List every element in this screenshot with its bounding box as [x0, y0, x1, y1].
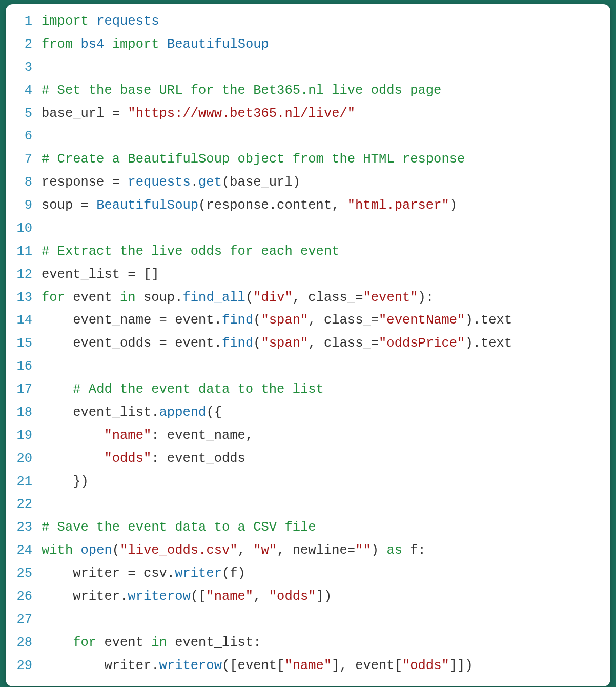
line-number: 2: [6, 33, 42, 56]
code-content[interactable]: writer.writerow([event["name"], event["o…: [42, 655, 610, 678]
code-content[interactable]: base_url = "https://www.bet365.nl/live/": [42, 103, 610, 126]
code-token: "https://www.bet365.nl/live/": [128, 106, 355, 121]
code-token: ([: [191, 589, 207, 604]
code-token: requests: [128, 175, 190, 190]
code-content[interactable]: from bs4 import BeautifulSoup: [42, 33, 610, 56]
code-content[interactable]: for event in soup.find_all("div", class_…: [42, 287, 610, 310]
code-token: [159, 37, 167, 52]
code-token: writer = csv.: [42, 566, 175, 581]
code-token: : event_name,: [151, 428, 253, 443]
code-token: (: [245, 290, 253, 305]
code-token: for: [73, 635, 96, 650]
code-token: # Add the event data to the list: [73, 382, 324, 397]
code-token: ).text: [465, 336, 512, 351]
code-line: 7# Create a BeautifulSoup object from th…: [6, 148, 610, 171]
code-line: 28 for event in event_list:: [6, 632, 610, 655]
code-line: 26 writer.writerow(["name", "odds"]): [6, 585, 610, 609]
code-content[interactable]: [42, 125, 610, 148]
code-content[interactable]: response = requests.get(base_url): [42, 171, 610, 194]
code-token: "div": [253, 290, 293, 305]
line-number: 11: [6, 240, 42, 264]
code-token: in: [120, 290, 136, 305]
code-token: : event_odds: [151, 451, 245, 466]
code-content[interactable]: writer = csv.writer(f): [42, 562, 610, 585]
code-token: [42, 428, 104, 443]
code-token: soup =: [42, 198, 96, 213]
code-token: (response.content,: [198, 198, 347, 213]
code-content[interactable]: soup = BeautifulSoup(response.content, "…: [42, 194, 610, 217]
code-token: event_name = event.: [42, 313, 222, 328]
code-content[interactable]: # Extract the live odds for each event: [42, 240, 610, 264]
code-content[interactable]: # Save the event data to a CSV file: [42, 516, 610, 539]
code-line: 15 event_odds = event.find("span", class…: [6, 332, 610, 355]
line-number: 19: [6, 425, 42, 448]
code-content[interactable]: [42, 56, 610, 79]
code-token: ).text: [465, 313, 512, 328]
line-number: 23: [6, 516, 42, 539]
code-token: [89, 14, 96, 29]
code-content[interactable]: writer.writerow(["name", "odds"]): [42, 585, 610, 609]
code-token: event: [96, 635, 151, 650]
line-number: 12: [6, 264, 42, 287]
code-line: 19 "name": event_name,: [6, 425, 610, 448]
code-token: ,: [253, 589, 269, 604]
code-token: append: [159, 405, 207, 420]
code-token: f:: [402, 543, 426, 558]
code-content[interactable]: # Add the event data to the list: [42, 378, 610, 401]
code-token: get: [198, 175, 222, 190]
code-content[interactable]: event_list = []: [42, 264, 610, 287]
code-content[interactable]: for event in event_list:: [42, 632, 610, 655]
code-line: 20 "odds": event_odds: [6, 448, 610, 471]
code-token: writerow: [128, 589, 190, 604]
code-content[interactable]: [42, 493, 610, 516]
code-token: BeautifulSoup: [167, 37, 269, 52]
code-content[interactable]: [42, 609, 610, 632]
code-content[interactable]: with open("live_odds.csv", "w", newline=…: [42, 539, 610, 562]
code-line: 8response = requests.get(base_url): [6, 171, 610, 194]
code-token: (: [253, 313, 261, 328]
line-number: 27: [6, 609, 42, 632]
code-token: import: [42, 14, 89, 29]
code-content[interactable]: event_list.append({: [42, 401, 610, 425]
code-line: 27: [6, 609, 610, 632]
line-number: 8: [6, 171, 42, 194]
code-content[interactable]: "odds": event_odds: [42, 448, 610, 471]
code-area[interactable]: 1import requests2from bs4 import Beautif…: [6, 10, 610, 677]
line-number: 17: [6, 378, 42, 401]
code-content[interactable]: event_odds = event.find("span", class_="…: [42, 332, 610, 355]
code-content[interactable]: "name": event_name,: [42, 425, 610, 448]
code-line: 29 writer.writerow([event["name"], event…: [6, 655, 610, 678]
line-number: 7: [6, 148, 42, 171]
code-token: writer.: [42, 589, 128, 604]
code-token: [104, 37, 112, 52]
line-number: 20: [6, 448, 42, 471]
code-token: writerow: [159, 658, 222, 673]
line-number: 21: [6, 471, 42, 494]
code-content[interactable]: event_name = event.find("span", class_="…: [42, 309, 610, 332]
code-token: , class_=: [308, 336, 379, 351]
code-content[interactable]: [42, 355, 610, 378]
line-number: 14: [6, 309, 42, 332]
code-token: bs4: [81, 37, 105, 52]
code-token: as: [386, 543, 402, 558]
code-content[interactable]: }): [42, 471, 610, 494]
line-number: 6: [6, 125, 42, 148]
code-token: "odds": [402, 658, 449, 673]
code-token: event_odds = event.: [42, 336, 222, 351]
code-token: "span": [261, 336, 309, 351]
code-token: event_list:: [167, 635, 261, 650]
code-content[interactable]: # Create a BeautifulSoup object from the…: [42, 148, 610, 171]
code-content[interactable]: [42, 217, 610, 240]
code-token: [42, 382, 73, 397]
code-line: 18 event_list.append({: [6, 401, 610, 425]
code-content[interactable]: # Set the base URL for the Bet365.nl liv…: [42, 79, 610, 103]
line-number: 25: [6, 562, 42, 585]
code-token: [73, 37, 80, 52]
line-number: 5: [6, 103, 42, 126]
code-token: requests: [96, 14, 159, 29]
code-line: 13for event in soup.find_all("div", clas…: [6, 287, 610, 310]
code-token: BeautifulSoup: [96, 198, 198, 213]
code-content[interactable]: import requests: [42, 10, 610, 33]
code-token: "live_odds.csv": [120, 543, 238, 558]
code-line: 24with open("live_odds.csv", "w", newlin…: [6, 539, 610, 562]
